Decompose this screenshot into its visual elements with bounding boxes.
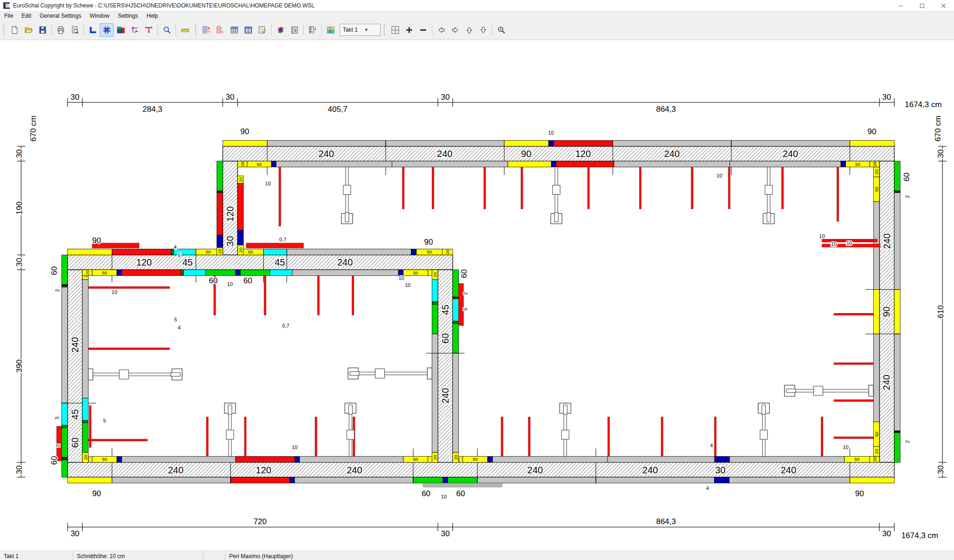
svg-text:0,7: 0,7 (282, 323, 289, 328)
menu-window[interactable]: Window (85, 12, 114, 20)
toolbar-pan-down-button[interactable] (476, 23, 490, 37)
plan-canvas[interactable]: 2050502020505020205050202050502020205050… (0, 40, 954, 551)
toolbar-pan-left-button[interactable] (434, 23, 448, 37)
svg-text:240: 240 (347, 465, 362, 475)
svg-text:2: 2 (905, 440, 910, 443)
toolbar-fit-view-button[interactable] (388, 23, 402, 37)
svg-text:240: 240 (642, 465, 658, 475)
svg-text:10: 10 (292, 444, 297, 450)
svg-text:20: 20 (432, 455, 437, 460)
status-cell-3: Peri Maximo (Hauptlager) (225, 551, 954, 560)
svg-text:20: 20 (872, 457, 877, 462)
svg-text:20: 20 (874, 449, 879, 454)
save-icon (38, 26, 47, 34)
svg-text:240: 240 (319, 149, 334, 159)
svg-text:390: 390 (15, 360, 24, 373)
svg-text:30: 30 (936, 465, 945, 474)
menu-general-settings[interactable]: General Settings (35, 12, 85, 20)
toolbar-takt-button[interactable]: T1T2 (324, 23, 338, 37)
status-cell-2 (204, 551, 225, 560)
status-bar: Takt 1Schnitthöhe: 10 cmPeri Maximo (Hau… (0, 551, 954, 560)
dim-chain-icon (144, 26, 153, 34)
toolbar-price-list-button[interactable]: $ (287, 23, 301, 37)
svg-text:10: 10 (398, 275, 404, 281)
wall-grid-icon (102, 26, 111, 34)
toolbar-wall-elements-button[interactable] (114, 23, 128, 37)
svg-text:T1: T1 (328, 27, 332, 30)
svg-text:5: 5 (178, 253, 181, 258)
toolbar-layers-button[interactable] (273, 23, 287, 37)
toolbar-measure-button[interactable] (178, 23, 192, 37)
svg-text:405,7: 405,7 (328, 105, 348, 114)
toolbar-save-button[interactable] (35, 23, 49, 37)
menu-edit[interactable]: Edit (17, 12, 35, 20)
toolbar-zoom-button[interactable] (160, 23, 174, 37)
svg-text:20: 20 (872, 162, 877, 167)
toolbar-table-report-button[interactable] (255, 23, 269, 37)
svg-text:10: 10 (843, 444, 848, 450)
status-cell-0: Takt 1 (0, 551, 73, 560)
svg-text:90: 90 (92, 489, 101, 498)
toolbar-wall-grid-button[interactable] (100, 23, 114, 37)
price-list-icon: $ (290, 26, 299, 34)
toolbar-table-day-button[interactable] (227, 23, 241, 37)
pan-up-icon (465, 26, 474, 34)
svg-text:2: 2 (905, 195, 910, 198)
toolbar-pan-up-button[interactable] (462, 23, 476, 37)
svg-text:45: 45 (70, 409, 80, 419)
toolbar-list-add-button[interactable]: TT (199, 23, 213, 37)
table-day-icon (230, 26, 239, 34)
table-sum-icon (244, 26, 253, 34)
toolbar-separator (432, 24, 432, 35)
svg-text:30: 30 (70, 529, 79, 538)
svg-text:60: 60 (243, 276, 252, 285)
svg-text:20: 20 (83, 455, 88, 460)
takt-select[interactable]: Takt 1▼ (340, 24, 381, 36)
toolbar-zoom-window-button[interactable] (494, 23, 508, 37)
toolbar-zoom-in-button[interactable] (402, 23, 416, 37)
toolbar-pan-right-button[interactable] (448, 23, 462, 37)
list-edit-icon: iE (216, 26, 225, 34)
toolbar-dim-chain-button[interactable] (142, 23, 156, 37)
svg-text:50: 50 (257, 162, 262, 167)
dim-grid-icon (130, 26, 139, 34)
minimize-button[interactable] (890, 0, 911, 11)
toolbar-print-button[interactable] (54, 23, 68, 37)
toolbar-separator (271, 24, 272, 35)
svg-text:5: 5 (103, 418, 106, 423)
takt-select-value: Takt 1 (343, 27, 358, 33)
menu-help[interactable]: Help (142, 12, 162, 20)
wall-corner-icon (89, 26, 97, 34)
svg-text:240: 240 (882, 375, 892, 390)
toolbar-grip (384, 24, 385, 35)
svg-text:0,7: 0,7 (279, 237, 286, 242)
toolbar-dim-grid-button[interactable] (128, 23, 142, 37)
toolbar-table-sum-button[interactable] (241, 23, 255, 37)
close-button[interactable] (933, 0, 954, 11)
svg-text:60: 60 (50, 456, 59, 465)
svg-text:50: 50 (413, 270, 418, 275)
toolbar-list-edit-button[interactable]: iE (213, 23, 227, 37)
toolbar-element-list-button[interactable]: i (306, 23, 320, 37)
toolbar-wall-corner-button[interactable] (86, 23, 100, 37)
svg-text:60: 60 (460, 269, 469, 278)
takt-icon: T1T2 (327, 26, 335, 34)
svg-text:30: 30 (15, 465, 24, 474)
menu-file[interactable]: File (0, 12, 17, 20)
svg-text:284,3: 284,3 (143, 105, 163, 114)
menu-settings[interactable]: Settings (114, 12, 142, 20)
svg-text:120: 120 (256, 465, 271, 475)
svg-text:50: 50 (102, 270, 107, 275)
toolbar-new-button[interactable] (7, 23, 21, 37)
toolbar-grip (195, 24, 196, 35)
toolbar-zoom-out-button[interactable] (416, 23, 430, 37)
maximize-button[interactable] (911, 0, 933, 11)
toolbar-open-button[interactable] (21, 23, 35, 37)
svg-text:5: 5 (463, 308, 468, 311)
status-cell-1: Schnitthöhe: 10 cm (73, 551, 204, 560)
svg-text:720: 720 (253, 517, 266, 526)
open-icon (24, 26, 33, 34)
svg-text:2: 2 (55, 444, 61, 447)
toolbar-print-preview-button[interactable] (68, 23, 82, 37)
pan-right-icon (451, 26, 460, 34)
